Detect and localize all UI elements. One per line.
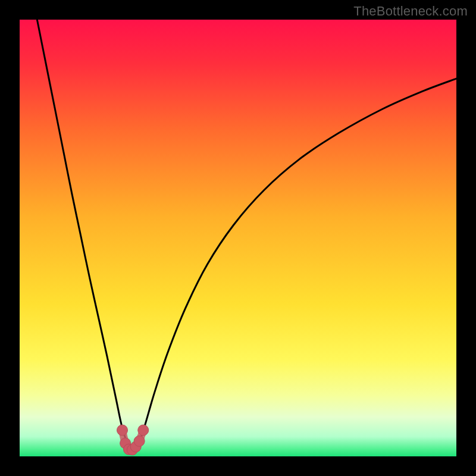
marker-dot	[134, 436, 145, 446]
chart-curves	[20, 20, 456, 456]
marker-dots	[117, 425, 148, 455]
curve-right-branch	[137, 79, 456, 447]
curve-left-branch	[37, 20, 129, 447]
plot-area	[20, 20, 456, 456]
watermark-text: TheBottleneck.com	[353, 4, 468, 19]
marker-dot	[138, 425, 149, 436]
marker-dot	[117, 425, 127, 436]
chart-frame: TheBottleneck.com	[0, 0, 476, 476]
